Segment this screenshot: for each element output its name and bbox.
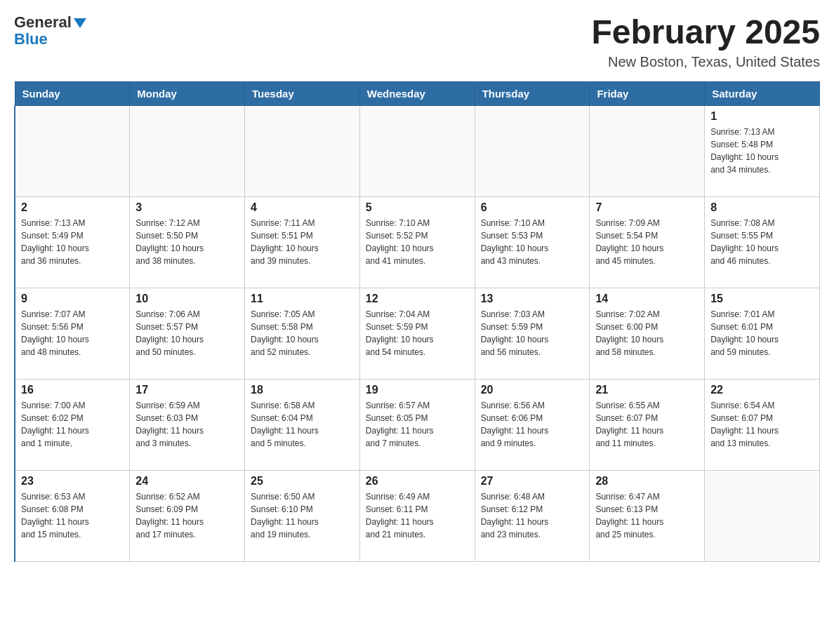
- day-info: Sunrise: 7:13 AM Sunset: 5:49 PM Dayligh…: [21, 217, 124, 267]
- day-info: Sunrise: 7:07 AM Sunset: 5:56 PM Dayligh…: [21, 308, 124, 358]
- day-info: Sunrise: 7:10 AM Sunset: 5:53 PM Dayligh…: [481, 217, 584, 267]
- day-info: Sunrise: 6:50 AM Sunset: 6:10 PM Dayligh…: [251, 490, 354, 541]
- calendar-week-row: 16Sunrise: 7:00 AM Sunset: 6:02 PM Dayli…: [15, 379, 820, 470]
- title-block: February 2025 New Boston, Texas, United …: [591, 14, 820, 70]
- day-of-week-header: Thursday: [475, 81, 590, 105]
- calendar-day-cell: 26Sunrise: 6:49 AM Sunset: 6:11 PM Dayli…: [359, 470, 475, 561]
- day-info: Sunrise: 7:08 AM Sunset: 5:55 PM Dayligh…: [710, 217, 814, 267]
- calendar-week-row: 9Sunrise: 7:07 AM Sunset: 5:56 PM Daylig…: [15, 288, 820, 379]
- calendar-day-cell: 8Sunrise: 7:08 AM Sunset: 5:55 PM Daylig…: [705, 196, 820, 288]
- day-info: Sunrise: 7:11 AM Sunset: 5:51 PM Dayligh…: [251, 217, 354, 267]
- calendar-day-cell: 15Sunrise: 7:01 AM Sunset: 6:01 PM Dayli…: [705, 288, 820, 379]
- days-of-week-row: SundayMondayTuesdayWednesdayThursdayFrid…: [15, 81, 820, 105]
- calendar-day-cell: 4Sunrise: 7:11 AM Sunset: 5:51 PM Daylig…: [245, 196, 360, 288]
- calendar-day-cell: [245, 105, 360, 196]
- day-number: 5: [366, 201, 469, 214]
- day-info: Sunrise: 7:12 AM Sunset: 5:50 PM Dayligh…: [135, 217, 239, 267]
- calendar-day-cell: 9Sunrise: 7:07 AM Sunset: 5:56 PM Daylig…: [15, 288, 130, 379]
- day-of-week-header: Tuesday: [245, 81, 360, 105]
- calendar-day-cell: 13Sunrise: 7:03 AM Sunset: 5:59 PM Dayli…: [475, 288, 590, 379]
- calendar-day-cell: 25Sunrise: 6:50 AM Sunset: 6:10 PM Dayli…: [245, 470, 360, 561]
- day-info: Sunrise: 7:13 AM Sunset: 5:48 PM Dayligh…: [710, 126, 814, 176]
- day-of-week-header: Saturday: [705, 81, 820, 105]
- day-info: Sunrise: 7:09 AM Sunset: 5:54 PM Dayligh…: [595, 217, 699, 267]
- calendar-body: 1Sunrise: 7:13 AM Sunset: 5:48 PM Daylig…: [15, 105, 820, 561]
- day-of-week-header: Sunday: [15, 81, 130, 105]
- calendar-day-cell: [130, 105, 245, 196]
- calendar-week-row: 23Sunrise: 6:53 AM Sunset: 6:08 PM Dayli…: [15, 470, 820, 561]
- calendar-day-cell: [475, 105, 590, 196]
- calendar-day-cell: 21Sunrise: 6:55 AM Sunset: 6:07 PM Dayli…: [590, 379, 705, 470]
- calendar-day-cell: 18Sunrise: 6:58 AM Sunset: 6:04 PM Dayli…: [245, 379, 360, 470]
- calendar-table: SundayMondayTuesdayWednesdayThursdayFrid…: [14, 81, 820, 562]
- day-info: Sunrise: 6:55 AM Sunset: 6:07 PM Dayligh…: [595, 399, 699, 450]
- calendar-day-cell: 14Sunrise: 7:02 AM Sunset: 6:00 PM Dayli…: [590, 288, 705, 379]
- day-info: Sunrise: 6:56 AM Sunset: 6:06 PM Dayligh…: [481, 399, 584, 450]
- calendar-day-cell: 24Sunrise: 6:52 AM Sunset: 6:09 PM Dayli…: [130, 470, 245, 561]
- day-number: 2: [21, 201, 124, 214]
- day-info: Sunrise: 6:53 AM Sunset: 6:08 PM Dayligh…: [21, 490, 124, 541]
- page-header: General Blue February 2025 New Boston, T…: [14, 14, 820, 70]
- calendar-day-cell: [705, 470, 820, 561]
- calendar-day-cell: 28Sunrise: 6:47 AM Sunset: 6:13 PM Dayli…: [590, 470, 705, 561]
- day-number: 7: [595, 201, 699, 214]
- day-number: 14: [595, 293, 699, 305]
- day-number: 19: [366, 384, 469, 396]
- day-info: Sunrise: 6:54 AM Sunset: 6:07 PM Dayligh…: [710, 399, 814, 450]
- day-of-week-header: Friday: [590, 81, 705, 105]
- day-number: 27: [481, 475, 584, 488]
- day-info: Sunrise: 7:10 AM Sunset: 5:52 PM Dayligh…: [366, 217, 469, 267]
- day-number: 1: [710, 110, 814, 123]
- day-info: Sunrise: 7:04 AM Sunset: 5:59 PM Dayligh…: [366, 308, 469, 358]
- day-number: 17: [135, 384, 239, 396]
- day-number: 24: [135, 475, 239, 488]
- calendar-header: SundayMondayTuesdayWednesdayThursdayFrid…: [15, 81, 820, 105]
- day-info: Sunrise: 6:59 AM Sunset: 6:03 PM Dayligh…: [135, 399, 239, 450]
- logo: General Blue: [14, 14, 86, 48]
- day-number: 8: [710, 201, 814, 214]
- day-info: Sunrise: 7:01 AM Sunset: 6:01 PM Dayligh…: [710, 308, 814, 358]
- day-info: Sunrise: 6:52 AM Sunset: 6:09 PM Dayligh…: [135, 490, 239, 541]
- calendar-day-cell: 2Sunrise: 7:13 AM Sunset: 5:49 PM Daylig…: [15, 196, 130, 288]
- day-info: Sunrise: 6:48 AM Sunset: 6:12 PM Dayligh…: [481, 490, 584, 541]
- day-of-week-header: Monday: [130, 81, 245, 105]
- calendar-day-cell: 10Sunrise: 7:06 AM Sunset: 5:57 PM Dayli…: [130, 288, 245, 379]
- day-number: 6: [481, 201, 584, 214]
- calendar-day-cell: 20Sunrise: 6:56 AM Sunset: 6:06 PM Dayli…: [475, 379, 590, 470]
- calendar-day-cell: 6Sunrise: 7:10 AM Sunset: 5:53 PM Daylig…: [475, 196, 590, 288]
- day-number: 26: [366, 475, 469, 488]
- day-number: 22: [710, 384, 814, 396]
- calendar-week-row: 2Sunrise: 7:13 AM Sunset: 5:49 PM Daylig…: [15, 196, 820, 288]
- calendar-day-cell: 17Sunrise: 6:59 AM Sunset: 6:03 PM Dayli…: [130, 379, 245, 470]
- calendar-day-cell: 12Sunrise: 7:04 AM Sunset: 5:59 PM Dayli…: [359, 288, 475, 379]
- calendar-day-cell: 7Sunrise: 7:09 AM Sunset: 5:54 PM Daylig…: [590, 196, 705, 288]
- main-title: February 2025: [591, 14, 820, 51]
- logo-top-row: General: [14, 14, 86, 31]
- day-number: 11: [251, 293, 354, 305]
- day-info: Sunrise: 6:58 AM Sunset: 6:04 PM Dayligh…: [251, 399, 354, 450]
- subtitle: New Boston, Texas, United States: [591, 54, 820, 70]
- day-number: 25: [251, 475, 354, 488]
- day-number: 15: [710, 293, 814, 305]
- day-number: 9: [21, 293, 124, 305]
- day-number: 21: [595, 384, 699, 396]
- day-info: Sunrise: 6:47 AM Sunset: 6:13 PM Dayligh…: [595, 490, 699, 541]
- day-number: 28: [595, 475, 699, 488]
- day-number: 12: [366, 293, 469, 305]
- calendar-day-cell: 22Sunrise: 6:54 AM Sunset: 6:07 PM Dayli…: [705, 379, 820, 470]
- day-info: Sunrise: 7:05 AM Sunset: 5:58 PM Dayligh…: [251, 308, 354, 358]
- day-number: 18: [251, 384, 354, 396]
- calendar-day-cell: 3Sunrise: 7:12 AM Sunset: 5:50 PM Daylig…: [130, 196, 245, 288]
- day-number: 3: [135, 201, 239, 214]
- calendar-week-row: 1Sunrise: 7:13 AM Sunset: 5:48 PM Daylig…: [15, 105, 820, 196]
- logo-triangle-icon: [74, 18, 86, 28]
- calendar-day-cell: 5Sunrise: 7:10 AM Sunset: 5:52 PM Daylig…: [359, 196, 475, 288]
- day-info: Sunrise: 6:49 AM Sunset: 6:11 PM Dayligh…: [366, 490, 469, 541]
- day-number: 13: [481, 293, 584, 305]
- logo-general-text: General: [14, 13, 72, 31]
- day-of-week-header: Wednesday: [359, 81, 475, 105]
- calendar-day-cell: 11Sunrise: 7:05 AM Sunset: 5:58 PM Dayli…: [245, 288, 360, 379]
- day-number: 4: [251, 201, 354, 214]
- day-number: 20: [481, 384, 584, 396]
- day-info: Sunrise: 7:02 AM Sunset: 6:00 PM Dayligh…: [595, 308, 699, 358]
